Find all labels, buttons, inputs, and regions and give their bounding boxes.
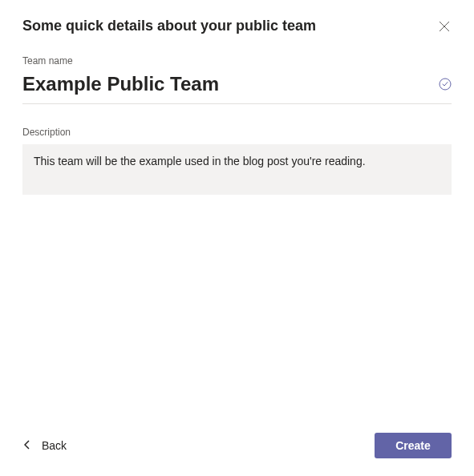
chevron-left-icon — [24, 439, 30, 452]
team-name-row — [22, 73, 452, 104]
description-label: Description — [22, 127, 452, 138]
dialog-footer: Back Create — [22, 433, 452, 458]
dialog-title: Some quick details about your public tea… — [22, 18, 316, 34]
back-button[interactable]: Back — [22, 434, 68, 457]
team-name-input[interactable] — [22, 73, 432, 95]
team-name-label: Team name — [22, 55, 452, 67]
close-icon — [439, 21, 450, 34]
description-input[interactable]: This team will be the example used in th… — [22, 144, 452, 195]
create-button[interactable]: Create — [375, 433, 452, 458]
checkmark-circle-icon — [439, 78, 452, 91]
svg-point-2 — [440, 79, 451, 90]
dialog-header: Some quick details about your public tea… — [22, 18, 452, 36]
team-name-field: Team name — [22, 55, 452, 104]
close-button[interactable] — [437, 19, 452, 36]
back-button-label: Back — [42, 439, 67, 452]
description-field: Description This team will be the exampl… — [22, 127, 452, 198]
